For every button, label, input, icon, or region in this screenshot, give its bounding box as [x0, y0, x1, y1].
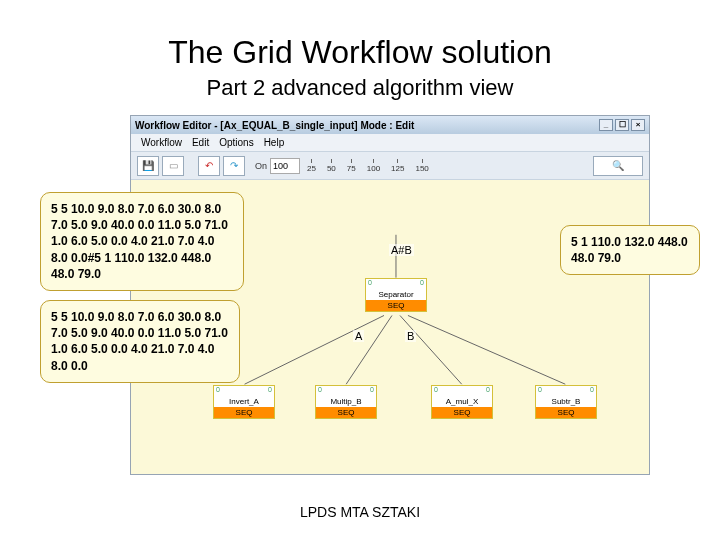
svg-line-3: [400, 315, 462, 384]
ruler: 25 50 75 100 125 150: [307, 159, 429, 173]
callout-input-combo: 5 5 10.0 9.0 8.0 7.0 6.0 30.0 8.0 7.0 5.…: [40, 192, 244, 291]
window-title: Workflow Editor - [Ax_EQUAL_B_single_inp…: [135, 120, 414, 131]
menu-help[interactable]: Help: [260, 136, 289, 149]
node-label: Invert_A: [214, 396, 274, 407]
node-separator[interactable]: Separator SEQ: [365, 278, 427, 312]
workflow-editor-window: Workflow Editor - [Ax_EQUAL_B_single_inp…: [130, 115, 650, 475]
search-button[interactable]: 🔍: [593, 156, 643, 176]
menu-workflow[interactable]: Workflow: [137, 136, 186, 149]
minimize-button[interactable]: _: [599, 119, 613, 131]
node-seq: SEQ: [536, 407, 596, 418]
redo-icon: ↷: [230, 160, 238, 171]
menu-bar: Workflow Edit Options Help: [131, 134, 649, 152]
redo-button[interactable]: ↷: [223, 156, 245, 176]
node-seq: SEQ: [366, 300, 426, 311]
node-label: Separator: [366, 289, 426, 300]
menu-options[interactable]: Options: [215, 136, 257, 149]
edge-label-a: A: [353, 330, 364, 342]
node-subtr-b[interactable]: Subtr_B SEQ: [535, 385, 597, 419]
save-button[interactable]: 💾: [137, 156, 159, 176]
close-button[interactable]: ×: [631, 119, 645, 131]
save-icon: 💾: [142, 160, 154, 171]
undo-button[interactable]: ↶: [198, 156, 220, 176]
edge-label-ab: A#B: [389, 244, 414, 256]
window-titlebar: Workflow Editor - [Ax_EQUAL_B_single_inp…: [131, 116, 649, 134]
node-ports: [316, 386, 376, 396]
node-seq: SEQ: [432, 407, 492, 418]
node-ports: [432, 386, 492, 396]
callout-matrix-a: 5 5 10.0 9.0 8.0 7.0 6.0 30.0 8.0 7.0 5.…: [40, 300, 240, 383]
node-label: Subtr_B: [536, 396, 596, 407]
node-label: A_mul_X: [432, 396, 492, 407]
zoom-input[interactable]: [270, 158, 300, 174]
node-seq: SEQ: [214, 407, 274, 418]
node-ports: [536, 386, 596, 396]
document-icon: ▭: [169, 160, 178, 171]
callout-vector-b: 5 1 110.0 132.0 448.0 48.0 79.0: [560, 225, 700, 275]
node-a-mul-x[interactable]: A_mul_X SEQ: [431, 385, 493, 419]
search-icon: 🔍: [612, 160, 624, 171]
node-label: Multip_B: [316, 396, 376, 407]
maximize-button[interactable]: ☐: [615, 119, 629, 131]
zoom-label: On: [255, 161, 267, 171]
node-invert-a[interactable]: Invert_A SEQ: [213, 385, 275, 419]
svg-line-2: [346, 315, 392, 384]
svg-line-4: [408, 315, 565, 384]
node-ports: [366, 279, 426, 289]
menu-edit[interactable]: Edit: [188, 136, 213, 149]
svg-line-1: [245, 315, 384, 384]
undo-icon: ↶: [205, 160, 213, 171]
toolbar: 💾 ▭ ↶ ↷ On 25 50 75 100 125 150 🔍: [131, 152, 649, 180]
node-multip-b[interactable]: Multip_B SEQ: [315, 385, 377, 419]
slide-title: The Grid Workflow solution: [0, 0, 720, 71]
footer-credit: LPDS MTA SZTAKI: [0, 504, 720, 520]
node-ports: [214, 386, 274, 396]
edge-label-b: B: [405, 330, 416, 342]
new-button[interactable]: ▭: [162, 156, 184, 176]
slide-subtitle: Part 2 advanced algorithm view: [0, 75, 720, 101]
node-seq: SEQ: [316, 407, 376, 418]
